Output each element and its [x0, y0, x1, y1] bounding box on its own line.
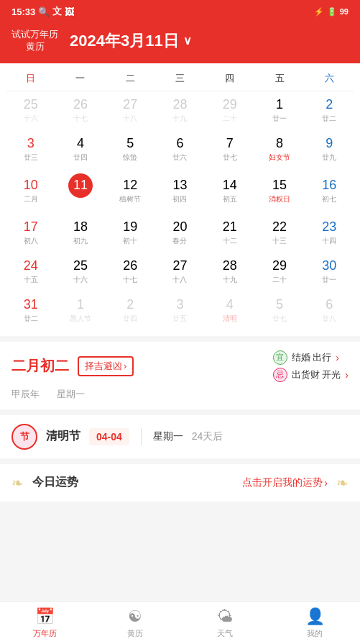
table-row[interactable]: 3 廿五	[155, 291, 205, 330]
status-right: ⚡ 🔋 99	[314, 7, 349, 17]
table-row[interactable]: 30 廿一	[305, 253, 354, 291]
table-row[interactable]: 20 春分	[155, 214, 205, 253]
zeji-button[interactable]: 择吉避凶 ›	[78, 356, 134, 376]
calendar-grid: 25 十六 26 十七 27 十八 28 十九 29 二十 1 廿一 2 廿二	[6, 91, 354, 330]
yi-row[interactable]: 宜 结婚 出行 ›	[273, 350, 349, 365]
table-row[interactable]: 1 愚人节	[55, 291, 105, 330]
info-bottom: 甲辰年 星期一	[11, 388, 349, 401]
table-row[interactable]: 17 初八	[6, 214, 55, 253]
weekday-tue: 二	[106, 69, 155, 88]
arrow-right-icon: ›	[324, 477, 328, 489]
table-row[interactable]: 28 十九	[155, 91, 205, 130]
festival-day: 星期一	[153, 430, 183, 443]
table-row[interactable]: 16 初七	[305, 169, 354, 214]
ganzhi-label: 甲辰年	[11, 388, 40, 401]
table-row[interactable]: 23 十四	[305, 214, 354, 253]
festival-date: 04-04	[89, 428, 129, 445]
table-row[interactable]: 14 初五	[205, 169, 254, 214]
table-row[interactable]: 25 十六	[6, 91, 55, 130]
table-row[interactable]: 5 廿七	[254, 291, 304, 330]
table-row[interactable]: 27 十八	[155, 253, 205, 291]
yi-arrow-icon[interactable]: ›	[336, 352, 339, 363]
table-row[interactable]: 6 廿八	[305, 291, 354, 330]
tab-label-weather: 天气	[217, 628, 233, 639]
table-row[interactable]: 4 廿四	[55, 130, 105, 169]
table-row[interactable]: 27 十八	[106, 91, 155, 130]
chevron-down-icon[interactable]: ∨	[183, 34, 192, 47]
table-row[interactable]: 8 妇女节	[254, 130, 304, 169]
weather-icon: 🌤	[217, 607, 233, 626]
weekday-label: 星期一	[57, 388, 85, 401]
info-top: 二月初二 择吉避凶 › 宜 结婚 出行 › 忌 出货财 开光 ›	[11, 350, 349, 382]
calendar: 日 一 二 三 四 五 六 25 十六 26 十七 27 十八 28 十九 29…	[0, 63, 360, 336]
luck-card[interactable]: ❧ 今日运势 点击开启我的运势 › ❧	[0, 464, 360, 502]
header-date[interactable]: 2024年3月11日 ∨	[70, 30, 192, 52]
weekday-sun: 日	[6, 69, 55, 88]
table-row[interactable]: 26 十七	[106, 253, 155, 291]
weekday-wed: 三	[155, 69, 205, 88]
tab-mine[interactable]: 👤 我的	[270, 602, 360, 644]
chevron-right-icon: ›	[124, 360, 126, 371]
table-row[interactable]: 2 廿四	[106, 291, 155, 330]
status-time: 15:33	[11, 6, 35, 17]
table-row[interactable]: 7 廿七	[205, 130, 254, 169]
deco-right-icon: ❧	[336, 474, 349, 491]
table-row[interactable]: 24 十五	[6, 253, 55, 291]
ji-arrow-icon[interactable]: ›	[345, 369, 349, 381]
table-row[interactable]: 25 十六	[55, 253, 105, 291]
weekday-fri: 五	[254, 69, 304, 88]
bottom-spacer	[0, 502, 360, 550]
app-header: 试试万年历 黄历 2024年3月11日 ∨	[0, 23, 360, 63]
day-number: 25	[24, 97, 38, 113]
festival-card[interactable]: 节 清明节 04-04 星期一 24天后	[0, 415, 360, 458]
tab-wannianliu[interactable]: 📅 万年历	[0, 602, 90, 644]
festival-badge: 节	[11, 424, 37, 450]
yin-yang-icon: ☯	[128, 607, 142, 626]
divider	[141, 428, 142, 445]
table-row[interactable]: 26 十七	[55, 91, 105, 130]
table-row[interactable]: 19 初十	[106, 214, 155, 253]
yi-content: 结婚 出行	[292, 351, 332, 364]
table-row[interactable]: 2 廿二	[305, 91, 354, 130]
table-row[interactable]: 31 廿二	[6, 291, 55, 330]
calendar-icon: 📅	[35, 607, 55, 626]
table-row[interactable]: 6 廿六	[155, 130, 205, 169]
tab-bar: 📅 万年历 ☯ 黄历 🌤 天气 👤 我的	[0, 601, 360, 644]
date-label: 2024年3月11日	[70, 30, 179, 52]
table-row[interactable]: 9 廿九	[305, 130, 354, 169]
table-row[interactable]: 15 消权日	[254, 169, 304, 214]
tab-weather[interactable]: 🌤 天气	[180, 602, 270, 644]
battery-level: 99	[340, 7, 349, 16]
ji-badge: 忌	[273, 368, 287, 382]
app-name: 试试万年历 黄历	[11, 29, 58, 53]
battery-icon: 🔋	[327, 7, 337, 17]
tab-huangli[interactable]: ☯ 黄历	[90, 602, 180, 644]
luck-cta-button[interactable]: 点击开启我的运势 ›	[242, 476, 328, 489]
festival-countdown: 24天后	[192, 430, 223, 443]
table-row[interactable]: 28 十九	[205, 253, 254, 291]
table-row[interactable]: 12 植树节	[106, 169, 155, 214]
table-row[interactable]: 3 廿三	[6, 130, 55, 169]
weekday-header: 日 一 二 三 四 五 六	[6, 63, 354, 91]
table-row[interactable]: 22 十三	[254, 214, 304, 253]
table-row[interactable]: 4 清明	[205, 291, 254, 330]
ji-content: 出货财 开光	[292, 368, 341, 381]
deco-left-icon: ❧	[11, 474, 24, 491]
info-panel: 二月初二 择吉避凶 › 宜 结婚 出行 › 忌 出货财 开光 › 甲辰年 星期一	[0, 342, 360, 409]
table-row[interactable]: 21 十二	[205, 214, 254, 253]
table-row[interactable]: 29 二十	[254, 253, 304, 291]
table-row[interactable]: 29 二十	[205, 91, 254, 130]
search-icon: 🔍	[38, 6, 50, 17]
tab-label-mine: 我的	[307, 628, 323, 639]
today-cell[interactable]: 11 初二	[55, 169, 105, 214]
image-icon: 🖼	[65, 6, 74, 17]
table-row[interactable]: 18 初九	[55, 214, 105, 253]
ji-row[interactable]: 忌 出货财 开光 ›	[273, 368, 349, 382]
table-row[interactable]: 1 廿一	[254, 91, 304, 130]
weekday-thu: 四	[205, 69, 254, 88]
status-bar: 15:33 🔍 文 🖼 ⚡ 🔋 99	[0, 0, 360, 23]
table-row[interactable]: 10 二月	[6, 169, 55, 214]
table-row[interactable]: 5 惊蛰	[106, 130, 155, 169]
table-row[interactable]: 13 初四	[155, 169, 205, 214]
bluetooth-icon: ⚡	[314, 7, 324, 17]
